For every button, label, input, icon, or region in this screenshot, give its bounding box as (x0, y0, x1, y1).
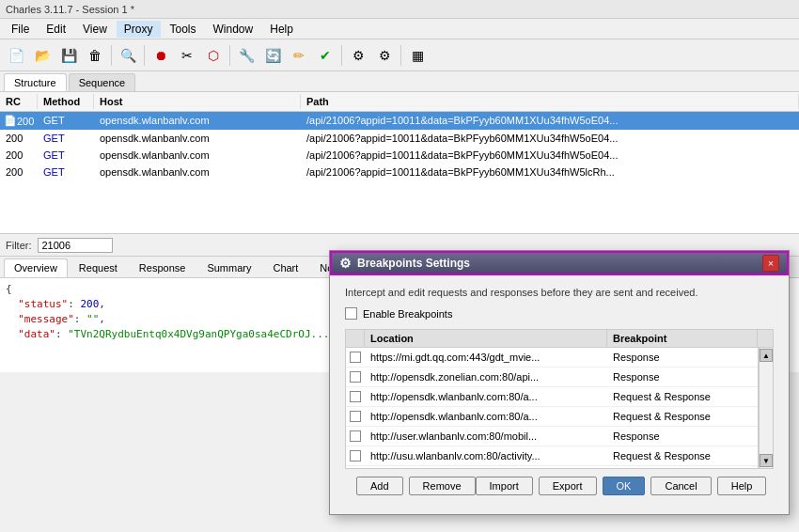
menubar: File Edit View Proxy Tools Window Help (0, 19, 799, 39)
import-button[interactable]: Import (476, 477, 533, 495)
edit-button[interactable]: ✏ (287, 43, 311, 68)
block-button[interactable]: ⬡ (201, 43, 226, 68)
filter-button[interactable]: ✂ (175, 43, 199, 68)
modal-description: Intercept and edit requests and response… (345, 287, 774, 298)
modal-row-bp-3: Request & Response (607, 409, 758, 424)
menu-window[interactable]: Window (206, 21, 261, 38)
trash-button[interactable]: 🗑 (83, 43, 107, 68)
breakpoints-modal: ⚙ Breakpoints Settings × Intercept and e… (329, 250, 790, 515)
modal-th-check (346, 330, 365, 347)
modal-row-check-6[interactable] (346, 468, 365, 469)
modal-row-4[interactable]: http://user.wlanbanlv.com:80/mobil... Re… (346, 427, 758, 446)
modal-row-check-5[interactable] (346, 448, 365, 463)
modal-row-check-1[interactable] (346, 369, 365, 384)
modal-row-location-5: http://usu.wlanbanlv.com:80/activity... (365, 448, 607, 463)
settings-icon: ⚙ (339, 256, 352, 271)
modal-th-breakpoint: Breakpoint (607, 330, 758, 347)
menu-help[interactable]: Help (262, 21, 301, 38)
modal-row-1[interactable]: http://opensdk.zonelian.com:80/api... Re… (346, 368, 758, 387)
search-button[interactable]: 🔍 (116, 43, 140, 68)
modal-row-5[interactable]: http://usu.wlanbanlv.com:80/activity... … (346, 446, 758, 466)
modal-row-2[interactable]: http://opensdk.wlanbanlv.com:80/a... Req… (346, 387, 758, 407)
settings-button[interactable]: ⚙ (346, 43, 370, 68)
toolbar-sep3 (229, 45, 230, 66)
modal-footer-left: Add Remove (356, 477, 476, 495)
modal-row-0[interactable]: https://mi.gdt.qq.com:443/gdt_mvie... Re… (346, 348, 758, 368)
modal-footer-right: Import Export OK Cancel Help (476, 477, 767, 495)
modal-scrollbar[interactable]: ▲ ▼ (759, 347, 774, 469)
modal-row-location-6: http://opensdk.wlanbanlv.com:80/a... (365, 468, 607, 469)
add-button[interactable]: Add (356, 477, 403, 495)
enable-breakpoints-label: Enable Breakpoints (363, 308, 452, 320)
ok-button[interactable]: OK (603, 477, 646, 495)
grid-button[interactable]: ▦ (405, 43, 430, 68)
menu-tools[interactable]: Tools (163, 21, 204, 38)
modal-row-bp-6: Response (607, 468, 758, 469)
menu-view[interactable]: View (75, 21, 115, 38)
modal-row-3[interactable]: http://opensdk.wlanbanlv.com:80/a... Req… (346, 407, 758, 427)
modal-row-check-4[interactable] (346, 429, 365, 444)
check-button[interactable]: ✔ (313, 43, 337, 68)
title-bar: Charles 3.11.7 - Session 1 * (0, 0, 799, 19)
modal-row-6[interactable]: http://opensdk.wlanbanlv.com:80/a... Res… (346, 466, 758, 469)
cancel-button[interactable]: Cancel (650, 477, 711, 495)
enable-breakpoints-row: Enable Breakpoints (345, 307, 774, 320)
enable-breakpoints-checkbox[interactable] (345, 307, 357, 320)
help-button[interactable]: Help (717, 477, 767, 495)
modal-close-button[interactable]: × (762, 255, 779, 272)
modal-row-check-0[interactable] (346, 350, 365, 365)
record-button[interactable]: ⏺ (149, 43, 173, 68)
toolbar-sep4 (341, 45, 342, 66)
modal-row-check-2[interactable] (346, 389, 365, 404)
modal-row-bp-1: Response (607, 369, 758, 384)
open-button[interactable]: 📂 (30, 43, 55, 68)
modal-footer: Add Remove Import Export OK Cancel Help (345, 469, 774, 503)
toolbar-sep5 (400, 45, 401, 66)
menu-proxy[interactable]: Proxy (117, 21, 161, 38)
modal-row-location-4: http://user.wlanbanlv.com:80/mobil... (365, 429, 607, 444)
modal-row-bp-4: Response (607, 429, 758, 444)
modal-row-check-3[interactable] (346, 409, 365, 424)
modal-row-location-1: http://opensdk.zonelian.com:80/api... (365, 369, 607, 384)
modal-row-bp-2: Request & Response (607, 389, 758, 404)
modal-title: ⚙ Breakpoints Settings (339, 256, 470, 271)
modal-table-body: https://mi.gdt.qq.com:443/gdt_mvie... Re… (345, 347, 759, 469)
new-button[interactable]: 📄 (4, 43, 28, 68)
save-button[interactable]: 💾 (56, 43, 81, 68)
app-title: Charles 3.11.7 - Session 1 * (6, 4, 134, 15)
modal-row-bp-0: Response (607, 350, 758, 365)
scroll-up-btn[interactable]: ▲ (760, 349, 773, 362)
modal-body: Intercept and edit requests and response… (330, 275, 789, 514)
modal-titlebar: ⚙ Breakpoints Settings × (330, 251, 789, 275)
toolbar-sep2 (144, 45, 145, 66)
modal-row-location-3: http://opensdk.wlanbanlv.com:80/a... (365, 409, 607, 424)
modal-th-location: Location (365, 330, 607, 347)
wrench-button[interactable]: 🔧 (234, 43, 258, 68)
menu-edit[interactable]: Edit (39, 21, 73, 38)
modal-table-header: Location Breakpoint (345, 329, 774, 347)
refresh-button[interactable]: 🔄 (260, 43, 285, 68)
scroll-down-btn[interactable]: ▼ (760, 454, 773, 467)
modal-row-bp-5: Request & Response (607, 448, 758, 463)
modal-row-location-2: http://opensdk.wlanbanlv.com:80/a... (365, 389, 607, 404)
export-button[interactable]: Export (539, 477, 597, 495)
modal-overlay: ⚙ Breakpoints Settings × Intercept and e… (0, 71, 799, 530)
modal-title-text: Breakpoints Settings (357, 257, 470, 270)
toolbar-sep1 (111, 45, 112, 66)
gear2-button[interactable]: ⚙ (372, 43, 397, 68)
modal-row-location-0: https://mi.gdt.qq.com:443/gdt_mvie... (365, 350, 607, 365)
toolbar: 📄 📂 💾 🗑 🔍 ⏺ ✂ ⬡ 🔧 🔄 ✏ ✔ ⚙ ⚙ ▦ (0, 39, 799, 71)
menu-file[interactable]: File (4, 21, 37, 38)
remove-button[interactable]: Remove (409, 477, 476, 495)
